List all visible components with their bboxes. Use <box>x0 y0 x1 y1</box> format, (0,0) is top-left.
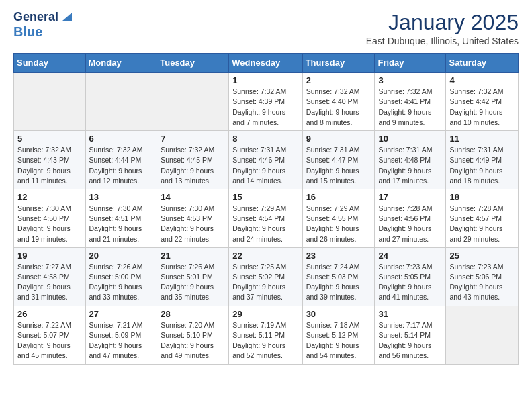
day-number: 23 <box>306 250 371 261</box>
day-number: 5 <box>17 134 82 144</box>
day-info: Sunrise: 7:24 AMSunset: 5:03 PMDaylight:… <box>306 262 371 303</box>
day-info: Sunrise: 7:29 AMSunset: 4:55 PMDaylight:… <box>306 203 371 244</box>
day-info: Sunrise: 7:26 AMSunset: 5:01 PMDaylight:… <box>161 262 225 303</box>
location-title: East Dubuque, Illinois, United States <box>366 36 519 46</box>
calendar-cell: 17Sunrise: 7:28 AMSunset: 4:56 PMDayligh… <box>375 189 446 247</box>
calendar-cell: 3Sunrise: 7:32 AMSunset: 4:41 PMDaylight… <box>375 73 446 131</box>
day-info: Sunrise: 7:23 AMSunset: 5:05 PMDaylight:… <box>378 262 442 303</box>
day-number: 26 <box>17 309 82 319</box>
day-number: 31 <box>378 309 442 319</box>
day-number: 28 <box>161 309 225 319</box>
calendar-cell: 6Sunrise: 7:32 AMSunset: 4:44 PMDaylight… <box>85 131 157 189</box>
svg-marker-0 <box>62 13 72 21</box>
day-number: 7 <box>161 134 225 144</box>
weekday-header: Wednesday <box>229 54 302 73</box>
day-info: Sunrise: 7:32 AMSunset: 4:41 PMDaylight:… <box>378 87 442 128</box>
logo-triangle-icon <box>60 9 75 24</box>
calendar-cell <box>85 73 157 131</box>
calendar-cell: 13Sunrise: 7:30 AMSunset: 4:51 PMDayligh… <box>85 189 157 247</box>
calendar-header-row: SundayMondayTuesdayWednesdayThursdayFrid… <box>14 54 519 73</box>
page: General Blue January 2025 East Dubuque, … <box>0 0 532 411</box>
calendar-cell <box>446 306 519 364</box>
weekday-header: Saturday <box>446 54 519 73</box>
day-info: Sunrise: 7:26 AMSunset: 5:00 PMDaylight:… <box>89 262 154 303</box>
day-number: 3 <box>378 75 442 85</box>
day-number: 1 <box>232 75 298 85</box>
calendar-cell: 9Sunrise: 7:31 AMSunset: 4:47 PMDaylight… <box>302 131 375 189</box>
day-info: Sunrise: 7:32 AMSunset: 4:43 PMDaylight:… <box>17 145 82 186</box>
calendar-cell: 20Sunrise: 7:26 AMSunset: 5:00 PMDayligh… <box>85 247 157 306</box>
day-info: Sunrise: 7:27 AMSunset: 4:58 PMDaylight:… <box>17 262 82 303</box>
day-info: Sunrise: 7:25 AMSunset: 5:02 PMDaylight:… <box>232 262 298 303</box>
day-number: 25 <box>449 250 515 261</box>
title-area: January 2025 East Dubuque, Illinois, Uni… <box>366 11 519 46</box>
day-info: Sunrise: 7:23 AMSunset: 5:06 PMDaylight:… <box>449 262 515 303</box>
day-info: Sunrise: 7:31 AMSunset: 4:48 PMDaylight:… <box>378 145 442 186</box>
calendar-cell: 4Sunrise: 7:32 AMSunset: 4:42 PMDaylight… <box>446 73 519 131</box>
day-info: Sunrise: 7:31 AMSunset: 4:49 PMDaylight:… <box>449 145 515 186</box>
calendar-cell: 1Sunrise: 7:32 AMSunset: 4:39 PMDaylight… <box>229 73 302 131</box>
day-number: 15 <box>232 192 298 202</box>
logo: General Blue <box>13 11 75 39</box>
day-info: Sunrise: 7:28 AMSunset: 4:56 PMDaylight:… <box>378 203 442 244</box>
day-number: 4 <box>449 75 515 85</box>
calendar-cell: 10Sunrise: 7:31 AMSunset: 4:48 PMDayligh… <box>375 131 446 189</box>
day-info: Sunrise: 7:19 AMSunset: 5:11 PMDaylight:… <box>232 320 298 361</box>
day-info: Sunrise: 7:32 AMSunset: 4:39 PMDaylight:… <box>232 87 298 128</box>
weekday-header: Tuesday <box>157 54 229 73</box>
day-number: 13 <box>89 192 154 202</box>
calendar-cell: 25Sunrise: 7:23 AMSunset: 5:06 PMDayligh… <box>446 247 519 306</box>
calendar-cell: 5Sunrise: 7:32 AMSunset: 4:43 PMDaylight… <box>14 131 86 189</box>
calendar-cell: 27Sunrise: 7:21 AMSunset: 5:09 PMDayligh… <box>85 306 157 364</box>
weekday-header: Monday <box>85 54 157 73</box>
calendar-cell: 29Sunrise: 7:19 AMSunset: 5:11 PMDayligh… <box>229 306 302 364</box>
calendar-week-row: 12Sunrise: 7:30 AMSunset: 4:50 PMDayligh… <box>14 189 519 247</box>
day-number: 2 <box>306 75 371 85</box>
month-title: January 2025 <box>366 11 519 34</box>
day-info: Sunrise: 7:20 AMSunset: 5:10 PMDaylight:… <box>161 320 225 361</box>
day-number: 24 <box>378 250 442 261</box>
logo-blue: Blue <box>13 24 42 39</box>
calendar-week-row: 26Sunrise: 7:22 AMSunset: 5:07 PMDayligh… <box>14 306 519 364</box>
day-info: Sunrise: 7:28 AMSunset: 4:57 PMDaylight:… <box>449 203 515 244</box>
day-info: Sunrise: 7:32 AMSunset: 4:40 PMDaylight:… <box>306 87 371 128</box>
day-number: 11 <box>449 134 515 144</box>
day-info: Sunrise: 7:30 AMSunset: 4:51 PMDaylight:… <box>89 203 154 244</box>
day-info: Sunrise: 7:31 AMSunset: 4:47 PMDaylight:… <box>306 145 371 186</box>
calendar-cell: 22Sunrise: 7:25 AMSunset: 5:02 PMDayligh… <box>229 247 302 306</box>
calendar-cell: 7Sunrise: 7:32 AMSunset: 4:45 PMDaylight… <box>157 131 229 189</box>
day-info: Sunrise: 7:32 AMSunset: 4:45 PMDaylight:… <box>161 145 225 186</box>
calendar-cell: 28Sunrise: 7:20 AMSunset: 5:10 PMDayligh… <box>157 306 229 364</box>
day-number: 21 <box>161 250 225 261</box>
calendar-cell: 21Sunrise: 7:26 AMSunset: 5:01 PMDayligh… <box>157 247 229 306</box>
day-number: 12 <box>17 192 82 202</box>
calendar-cell: 18Sunrise: 7:28 AMSunset: 4:57 PMDayligh… <box>446 189 519 247</box>
calendar-cell <box>14 73 86 131</box>
calendar-cell: 19Sunrise: 7:27 AMSunset: 4:58 PMDayligh… <box>14 247 86 306</box>
day-number: 17 <box>378 192 442 202</box>
day-number: 30 <box>306 309 371 319</box>
calendar-cell: 26Sunrise: 7:22 AMSunset: 5:07 PMDayligh… <box>14 306 86 364</box>
day-number: 6 <box>89 134 154 144</box>
day-number: 29 <box>232 309 298 319</box>
calendar-cell: 8Sunrise: 7:31 AMSunset: 4:46 PMDaylight… <box>229 131 302 189</box>
day-info: Sunrise: 7:31 AMSunset: 4:46 PMDaylight:… <box>232 145 298 186</box>
day-number: 16 <box>306 192 371 202</box>
calendar-week-row: 5Sunrise: 7:32 AMSunset: 4:43 PMDaylight… <box>14 131 519 189</box>
calendar-cell: 15Sunrise: 7:29 AMSunset: 4:54 PMDayligh… <box>229 189 302 247</box>
calendar-cell: 11Sunrise: 7:31 AMSunset: 4:49 PMDayligh… <box>446 131 519 189</box>
weekday-header: Friday <box>375 54 446 73</box>
calendar-cell: 14Sunrise: 7:30 AMSunset: 4:53 PMDayligh… <box>157 189 229 247</box>
calendar-cell: 2Sunrise: 7:32 AMSunset: 4:40 PMDaylight… <box>302 73 375 131</box>
calendar-cell: 16Sunrise: 7:29 AMSunset: 4:55 PMDayligh… <box>302 189 375 247</box>
day-number: 8 <box>232 134 298 144</box>
calendar-cell: 12Sunrise: 7:30 AMSunset: 4:50 PMDayligh… <box>14 189 86 247</box>
logo-general: General <box>13 11 58 24</box>
calendar-cell: 23Sunrise: 7:24 AMSunset: 5:03 PMDayligh… <box>302 247 375 306</box>
day-info: Sunrise: 7:17 AMSunset: 5:14 PMDaylight:… <box>378 320 442 361</box>
calendar-cell: 31Sunrise: 7:17 AMSunset: 5:14 PMDayligh… <box>375 306 446 364</box>
day-number: 20 <box>89 250 154 261</box>
weekday-header: Sunday <box>14 54 86 73</box>
calendar-cell: 30Sunrise: 7:18 AMSunset: 5:12 PMDayligh… <box>302 306 375 364</box>
calendar-cell <box>157 73 229 131</box>
